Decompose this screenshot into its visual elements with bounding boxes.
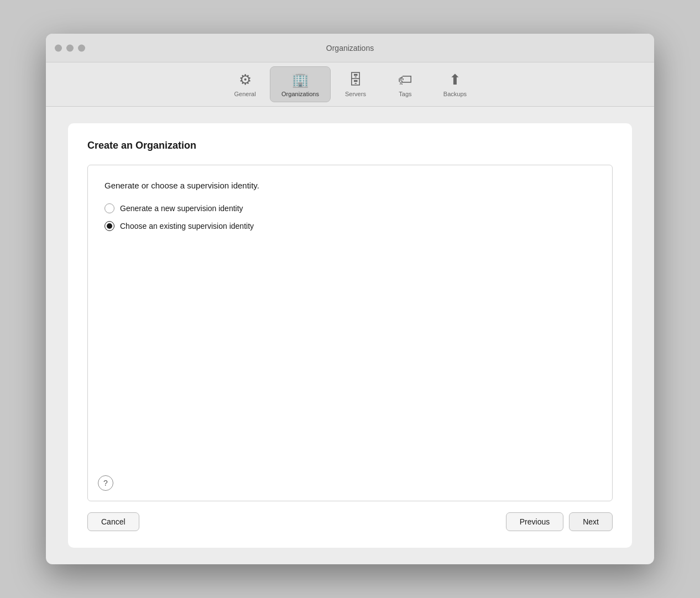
servers-icon: 🗄 [348, 71, 363, 88]
radio-choose-label: Choose an existing supervision identity [120, 222, 254, 230]
dialog-title: Create an Organization [87, 140, 613, 151]
organizations-icon: 🏢 [291, 71, 309, 88]
toolbar: ⚙ General 🏢 Organizations 🗄 Servers 🏷 Ta… [46, 62, 654, 107]
toolbar-label-tags: Tags [399, 91, 411, 97]
radio-choose-indicator [105, 221, 114, 231]
radio-item-choose[interactable]: Choose an existing supervision identity [105, 221, 595, 231]
minimize-button[interactable] [66, 44, 74, 51]
gear-icon: ⚙ [239, 71, 252, 88]
toolbar-item-tags[interactable]: 🏷 Tags [380, 67, 430, 102]
toolbar-item-servers[interactable]: 🗄 Servers [331, 67, 380, 102]
radio-generate-indicator [105, 203, 114, 213]
cancel-button[interactable]: Cancel [87, 512, 139, 531]
toolbar-item-organizations[interactable]: 🏢 Organizations [270, 66, 331, 102]
nav-buttons: Previous Next [506, 512, 613, 531]
next-button[interactable]: Next [569, 512, 613, 531]
traffic-lights [55, 44, 85, 51]
inner-box: Generate or choose a supervision identit… [87, 165, 613, 501]
previous-button[interactable]: Previous [506, 512, 563, 531]
window-title: Organizations [326, 44, 374, 53]
toolbar-item-general[interactable]: ⚙ General [220, 67, 270, 102]
radio-group: Generate a new supervision identity Choo… [105, 203, 595, 231]
toolbar-label-general: General [234, 91, 255, 97]
close-button[interactable] [55, 44, 62, 51]
toolbar-label-servers: Servers [345, 91, 366, 97]
backups-icon: ⬆ [449, 71, 461, 88]
toolbar-item-backups[interactable]: ⬆ Backups [430, 67, 480, 102]
toolbar-label-backups: Backups [443, 91, 467, 97]
dialog-panel: Create an Organization Generate or choos… [68, 123, 632, 548]
titlebar: Organizations [46, 34, 654, 62]
dialog-description: Generate or choose a supervision identit… [105, 181, 595, 190]
content-area: Create an Organization Generate or choos… [46, 107, 654, 564]
zoom-button[interactable] [78, 44, 85, 51]
help-button[interactable]: ? [98, 475, 113, 491]
tags-icon: 🏷 [398, 71, 412, 88]
radio-item-generate[interactable]: Generate a new supervision identity [105, 203, 595, 213]
button-bar: Cancel Previous Next [87, 501, 613, 531]
radio-generate-label: Generate a new supervision identity [120, 204, 243, 213]
app-window: Organizations ⚙ General 🏢 Organizations … [46, 34, 654, 564]
toolbar-label-organizations: Organizations [281, 91, 319, 97]
